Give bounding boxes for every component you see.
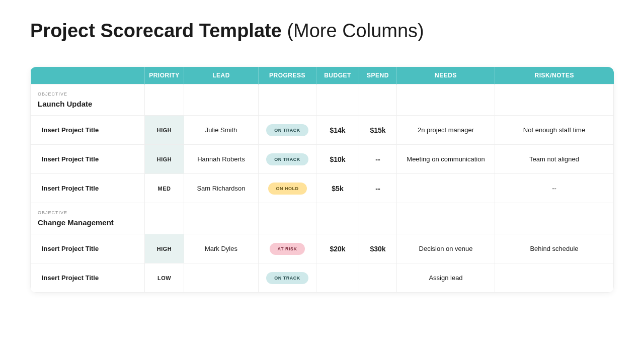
header-spend: SPEND: [359, 67, 397, 84]
table-row: Insert Project TitleMEDSam RichardsonON …: [31, 174, 614, 203]
budget-cell: [316, 263, 359, 293]
objective-empty-cell: [397, 84, 495, 116]
priority-cell: MED: [145, 174, 184, 203]
objective-empty-cell: [184, 203, 259, 234]
project-title-cell: Insert Project Title: [31, 234, 145, 263]
header-risk: RISK/NOTES: [495, 67, 614, 84]
objective-empty-cell: [359, 203, 397, 234]
progress-pill: ON HOLD: [268, 183, 307, 195]
objective-empty-cell: [359, 84, 397, 116]
objective-empty-cell: [184, 84, 259, 116]
progress-pill: AT RISK: [270, 243, 305, 255]
priority-cell: HIGH: [145, 116, 184, 145]
spend-cell: $30k: [359, 234, 397, 263]
spend-cell: --: [359, 174, 397, 203]
progress-cell: ON TRACK: [259, 145, 316, 174]
objective-empty-cell: [316, 203, 359, 234]
risk-cell: --: [495, 174, 614, 203]
objective-empty-cell: [316, 84, 359, 116]
project-title-cell: Insert Project Title: [31, 263, 145, 293]
objective-empty-cell: [495, 203, 614, 234]
header-row: PRIORITY LEAD PROGRESS BUDGET SPEND NEED…: [31, 67, 614, 84]
scorecard-table: PRIORITY LEAD PROGRESS BUDGET SPEND NEED…: [30, 67, 614, 293]
table-row: Insert Project TitleHIGHMark DylesAT RIS…: [31, 234, 614, 263]
objective-cell: OBJECTIVEChange Management: [31, 203, 145, 234]
table-row: Insert Project TitleHIGHJulie SmithON TR…: [31, 116, 614, 145]
budget-cell: $14k: [316, 116, 359, 145]
budget-cell: $5k: [316, 174, 359, 203]
objective-cell: OBJECTIVELaunch Update: [31, 84, 145, 116]
objective-empty-cell: [397, 203, 495, 234]
objective-row: OBJECTIVELaunch Update: [31, 84, 614, 116]
lead-cell: Mark Dyles: [184, 234, 259, 263]
lead-cell: Julie Smith: [184, 116, 259, 145]
risk-cell: [495, 263, 614, 293]
risk-cell: Not enough staff time: [495, 116, 614, 145]
objective-label: OBJECTIVE: [38, 92, 139, 97]
header-blank: [31, 67, 145, 84]
header-needs: NEEDS: [397, 67, 495, 84]
objective-label: OBJECTIVE: [38, 210, 139, 215]
risk-cell: Team not aligned: [495, 145, 614, 174]
project-title-cell: Insert Project Title: [31, 116, 145, 145]
objective-empty-cell: [495, 84, 614, 116]
page-title: Project Scorecard Template (More Columns…: [30, 20, 614, 42]
table-row: Insert Project TitleLOWON TRACKAssign le…: [31, 263, 614, 293]
spend-cell: $15k: [359, 116, 397, 145]
objective-empty-cell: [259, 84, 316, 116]
objective-name: Change Management: [38, 218, 139, 227]
budget-cell: $20k: [316, 234, 359, 263]
budget-cell: $10k: [316, 145, 359, 174]
progress-pill: ON TRACK: [266, 153, 308, 165]
objective-empty-cell: [259, 203, 316, 234]
priority-cell: LOW: [145, 263, 184, 293]
objective-empty-cell: [145, 84, 184, 116]
needs-cell: Meeting on communication: [397, 145, 495, 174]
header-priority: PRIORITY: [145, 67, 184, 84]
needs-cell: 2n project manager: [397, 116, 495, 145]
title-rest: (More Columns): [282, 20, 424, 41]
progress-pill: ON TRACK: [266, 272, 308, 284]
title-bold: Project Scorecard Template: [30, 20, 282, 41]
progress-cell: AT RISK: [259, 234, 316, 263]
header-lead: LEAD: [184, 67, 259, 84]
needs-cell: Decision on venue: [397, 234, 495, 263]
table-row: Insert Project TitleHIGHHannah RobertsON…: [31, 145, 614, 174]
project-title-cell: Insert Project Title: [31, 145, 145, 174]
needs-cell: Assign lead: [397, 263, 495, 293]
progress-pill: ON TRACK: [266, 124, 308, 136]
spend-cell: [359, 263, 397, 293]
priority-cell: HIGH: [145, 234, 184, 263]
objective-row: OBJECTIVEChange Management: [31, 203, 614, 234]
spend-cell: --: [359, 145, 397, 174]
header-progress: PROGRESS: [259, 67, 316, 84]
progress-cell: ON TRACK: [259, 116, 316, 145]
progress-cell: ON TRACK: [259, 263, 316, 293]
lead-cell: Sam Richardson: [184, 174, 259, 203]
needs-cell: [397, 174, 495, 203]
scorecard-card: PRIORITY LEAD PROGRESS BUDGET SPEND NEED…: [30, 67, 614, 293]
objective-name: Launch Update: [38, 100, 139, 108]
lead-cell: Hannah Roberts: [184, 145, 259, 174]
objective-empty-cell: [145, 203, 184, 234]
project-title-cell: Insert Project Title: [31, 174, 145, 203]
risk-cell: Behind schedule: [495, 234, 614, 263]
progress-cell: ON HOLD: [259, 174, 316, 203]
priority-cell: HIGH: [145, 145, 184, 174]
header-budget: BUDGET: [316, 67, 359, 84]
lead-cell: [184, 263, 259, 293]
